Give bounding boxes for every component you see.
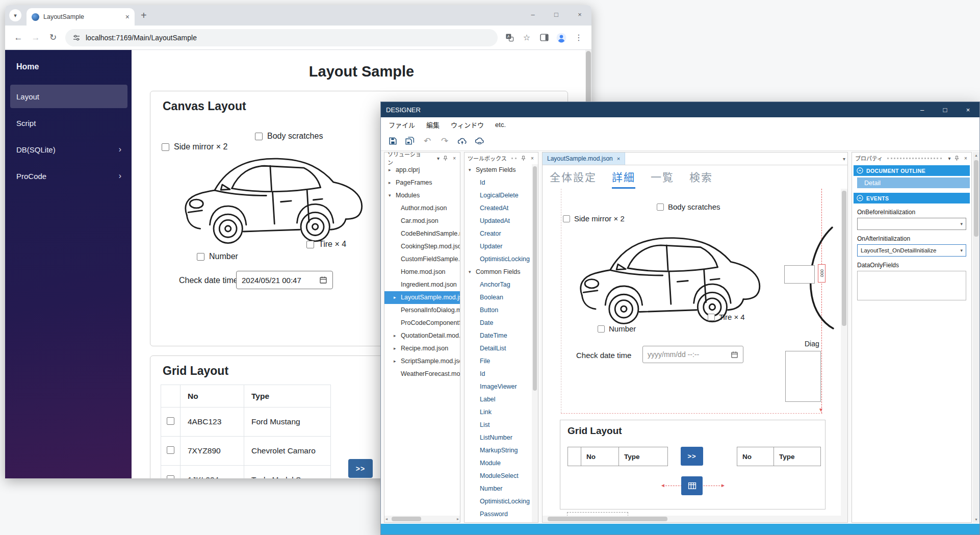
field-placeholder-box[interactable]	[785, 351, 821, 402]
toolbox-vscrollbar[interactable]	[532, 164, 538, 522]
tab-close-icon[interactable]: ×	[125, 13, 130, 21]
collapse-icon[interactable]: ▾	[469, 164, 471, 176]
width-handle[interactable]: 000	[818, 264, 826, 283]
expand-icon[interactable]: ▸	[394, 291, 396, 304]
toolbox-item[interactable]: ModuleSelect	[465, 470, 538, 482]
checkbox[interactable]	[306, 241, 314, 248]
field-placeholder-box[interactable]	[784, 265, 815, 284]
expand-icon[interactable]: ▸	[394, 342, 396, 355]
toolbox-item[interactable]: OptimisticLocking	[465, 253, 538, 266]
checkbox[interactable]	[598, 325, 605, 333]
back-button[interactable]: ←	[10, 30, 27, 46]
scrollbar-thumb[interactable]	[974, 160, 978, 237]
row-checkbox[interactable]	[167, 475, 174, 479]
checkbox-side-mirror[interactable]: Side mirror × 2	[563, 214, 625, 223]
pin-icon[interactable]	[955, 156, 961, 161]
grid-more-button[interactable]: >>	[681, 447, 703, 466]
grid-more-button[interactable]: >>	[348, 459, 373, 478]
grid-table-1[interactable]: No Type	[568, 447, 668, 466]
row-checkbox[interactable]	[167, 446, 174, 454]
sidebar-item-db-sqlite[interactable]: DB(SQLite) ›	[10, 138, 127, 161]
bookmark-star-icon[interactable]: ☆	[519, 30, 534, 45]
tab-detail[interactable]: 詳細	[612, 169, 635, 189]
tree-item[interactable]: CookingStep.mod.jso	[384, 240, 460, 253]
menu-file[interactable]: ファイル	[383, 120, 421, 130]
toolbox-item[interactable]: OptimisticLocking	[465, 495, 538, 508]
menu-edit[interactable]: 編集	[421, 120, 445, 130]
resize-marker-icon[interactable]: ►	[720, 482, 726, 488]
checkbox-number[interactable]: Number	[598, 324, 636, 333]
reload-button[interactable]: ↻	[45, 30, 61, 46]
tree-item[interactable]: Car.mod.json	[384, 215, 460, 227]
canvas-vscrollbar[interactable]	[841, 189, 847, 516]
close-panel-icon[interactable]: ×	[529, 156, 535, 161]
save-icon[interactable]	[386, 135, 399, 148]
scrollbar-thumb[interactable]	[392, 517, 421, 521]
toolbox-item[interactable]: AnchorTag	[465, 278, 538, 291]
tree-item-app-clprj[interactable]: ▸app.clprj	[384, 164, 460, 176]
tree-item[interactable]: PersonalInfoDialog.m	[384, 304, 460, 317]
tree-item[interactable]: WeatherForecast.mod	[384, 368, 460, 380]
toolbox-item[interactable]: MarkupString	[465, 444, 538, 457]
toolbox-item[interactable]: File	[465, 355, 538, 368]
browser-menu-icon[interactable]: ⋮	[571, 30, 586, 45]
browser-close-button[interactable]: ×	[568, 5, 591, 23]
toolbox-item[interactable]: CreatedAt	[465, 202, 538, 215]
tree-item-pageframes[interactable]: ▸PageFrames	[384, 176, 460, 189]
outline-item-detail[interactable]: Detail	[857, 177, 970, 188]
designer-titlebar[interactable]: DESIGNER – □ ×	[381, 102, 979, 117]
tree-item[interactable]: Home.mod.json	[384, 266, 460, 278]
collapse-icon[interactable]: ▾	[469, 266, 471, 278]
collapse-icon[interactable]: ▾	[389, 189, 391, 202]
toolbox-item[interactable]: Creator	[465, 227, 538, 240]
scroll-down-icon[interactable]: ▾	[973, 517, 979, 522]
chevron-down-icon[interactable]: ▾	[946, 156, 952, 161]
sidebar-item-procode[interactable]: ProCode ›	[10, 164, 127, 188]
tree-item-modules[interactable]: ▾Modules	[384, 189, 460, 202]
designer-close-button[interactable]: ×	[957, 102, 979, 117]
row-checkbox[interactable]	[167, 417, 174, 425]
designer-maximize-button[interactable]: □	[934, 102, 957, 117]
sidebar-item-layout[interactable]: Layout	[10, 85, 127, 108]
checkbox[interactable]	[708, 314, 715, 321]
dropdown-arrow-icon[interactable]: ▾	[960, 248, 963, 253]
toolbox-item[interactable]: Module	[465, 457, 538, 470]
dataonlyfields-input[interactable]	[857, 271, 966, 300]
canvas-hscrollbar[interactable]	[543, 516, 847, 522]
toolbox-item[interactable]: ImageViewer	[465, 380, 538, 393]
checkbox-number[interactable]: Number	[197, 252, 238, 261]
checkbox-tire[interactable]: Tire × 4	[306, 240, 346, 249]
drag-handle[interactable]	[887, 158, 942, 159]
tree-item-layoutsample-selected[interactable]: ▸LayoutSample.mod.js	[384, 291, 460, 304]
events-header[interactable]: EVENTS	[854, 193, 970, 203]
grid-settings-button[interactable]	[681, 476, 703, 495]
scrollbar-thumb[interactable]	[548, 517, 667, 521]
checkbox[interactable]	[197, 253, 204, 261]
toolbox-item[interactable]: List	[465, 419, 538, 431]
designer-minimize-button[interactable]: –	[911, 102, 934, 117]
url-input[interactable]: localhost:7169/Main/LayoutSample	[65, 29, 498, 46]
window-vscrollbar[interactable]: ▴ ▾	[973, 152, 979, 523]
scrollbar-thumb[interactable]	[842, 191, 846, 326]
scrollbar-thumb[interactable]	[533, 166, 537, 391]
toolbox-item[interactable]: Date	[465, 317, 538, 329]
toolbox-item[interactable]: UpdatedAt	[465, 215, 538, 227]
onafterinitialization-select[interactable]: LayoutTest_OnDetailInitialize ▾	[857, 244, 966, 257]
toolbox-item[interactable]: Boolean	[465, 291, 538, 304]
resize-marker-icon[interactable]: ◄	[660, 482, 665, 488]
checkbox[interactable]	[657, 203, 664, 211]
tree-item[interactable]: CodeBehindSample.m	[384, 227, 460, 240]
browser-tab[interactable]: LayoutSample ×	[27, 8, 135, 26]
tree-item[interactable]: ProCodeComponentS	[384, 317, 460, 329]
save-all-icon[interactable]	[403, 135, 417, 148]
toolbox-group-common-fields[interactable]: ▾Common Fields	[465, 266, 538, 278]
calendar-icon[interactable]	[319, 276, 327, 284]
tree-item[interactable]: ▸QuotationDetail.mod.	[384, 329, 460, 342]
dropdown-arrow-icon[interactable]: ▾	[960, 221, 963, 226]
calendar-icon[interactable]	[731, 351, 738, 359]
toolbox-item[interactable]: DateTime	[465, 329, 538, 342]
tree-item[interactable]: ▸ScriptSample.mod.jso	[384, 355, 460, 368]
menu-etc[interactable]: etc.	[489, 121, 511, 129]
tree-item[interactable]: ▸Recipe.mod.json	[384, 342, 460, 355]
checkbox[interactable]	[255, 133, 263, 140]
